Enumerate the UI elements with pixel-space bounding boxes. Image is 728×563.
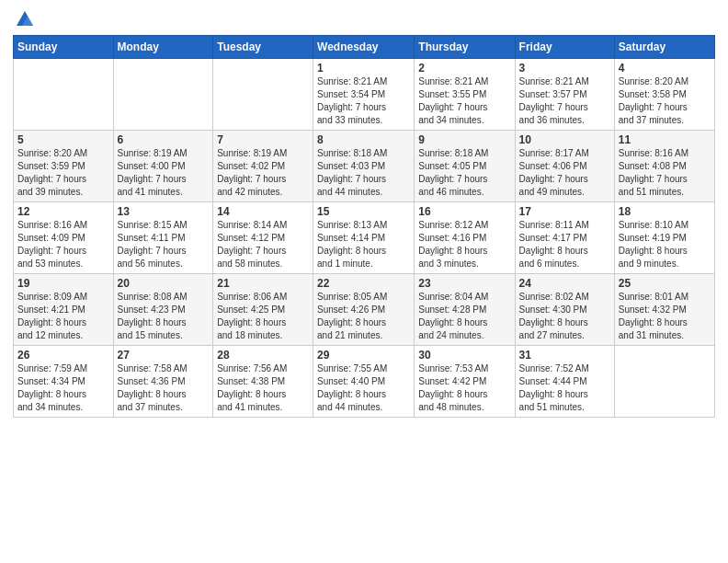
day-cell-16: 16Sunrise: 8:12 AM Sunset: 4:16 PM Dayli…: [415, 202, 515, 274]
week-row-3: 12Sunrise: 8:16 AM Sunset: 4:09 PM Dayli…: [14, 202, 715, 274]
day-info: Sunrise: 8:16 AM Sunset: 4:09 PM Dayligh…: [17, 219, 109, 270]
day-number: 13: [118, 205, 210, 218]
weekday-header-wednesday: Wednesday: [313, 36, 415, 59]
day-info: Sunrise: 8:21 AM Sunset: 3:55 PM Dayligh…: [418, 75, 510, 127]
day-number: 30: [418, 349, 510, 362]
day-info: Sunrise: 8:08 AM Sunset: 4:23 PM Dayligh…: [118, 291, 210, 342]
day-cell-17: 17Sunrise: 8:11 AM Sunset: 4:17 PM Dayli…: [515, 202, 614, 274]
day-cell-20: 20Sunrise: 8:08 AM Sunset: 4:23 PM Dayli…: [113, 274, 213, 346]
weekday-header-sunday: Sunday: [14, 36, 114, 59]
day-info: Sunrise: 7:59 AM Sunset: 4:34 PM Dayligh…: [17, 362, 109, 414]
day-number: 10: [519, 133, 610, 146]
weekday-header-monday: Monday: [113, 36, 213, 59]
day-info: Sunrise: 8:12 AM Sunset: 4:16 PM Dayligh…: [418, 219, 510, 270]
day-info: Sunrise: 7:53 AM Sunset: 4:42 PM Dayligh…: [418, 362, 510, 414]
day-cell-9: 9Sunrise: 8:18 AM Sunset: 4:05 PM Daylig…: [415, 131, 515, 202]
day-number: 8: [317, 133, 410, 146]
day-cell-10: 10Sunrise: 8:17 AM Sunset: 4:06 PM Dayli…: [515, 131, 614, 202]
day-cell-27: 27Sunrise: 7:58 AM Sunset: 4:36 PM Dayli…: [113, 346, 213, 418]
day-number: 6: [118, 133, 210, 146]
calendar-page: SundayMondayTuesdayWednesdayThursdayFrid…: [0, 0, 728, 563]
day-info: Sunrise: 8:20 AM Sunset: 3:58 PM Dayligh…: [619, 75, 711, 127]
week-row-2: 5Sunrise: 8:20 AM Sunset: 3:59 PM Daylig…: [14, 131, 715, 202]
day-cell-25: 25Sunrise: 8:01 AM Sunset: 4:32 PM Dayli…: [614, 274, 714, 346]
week-row-5: 26Sunrise: 7:59 AM Sunset: 4:34 PM Dayli…: [14, 346, 715, 418]
day-number: 18: [619, 205, 711, 218]
day-cell-5: 5Sunrise: 8:20 AM Sunset: 3:59 PM Daylig…: [14, 131, 114, 202]
day-cell-30: 30Sunrise: 7:53 AM Sunset: 4:42 PM Dayli…: [415, 346, 515, 418]
empty-cell: [213, 59, 313, 131]
day-number: 9: [418, 133, 510, 146]
day-number: 26: [17, 349, 109, 362]
weekday-header-row: SundayMondayTuesdayWednesdayThursdayFrid…: [14, 36, 715, 59]
day-number: 20: [118, 277, 210, 290]
day-number: 16: [418, 205, 510, 218]
day-info: Sunrise: 8:17 AM Sunset: 4:06 PM Dayligh…: [519, 147, 610, 199]
day-number: 11: [619, 133, 711, 146]
day-info: Sunrise: 8:04 AM Sunset: 4:28 PM Dayligh…: [418, 291, 510, 342]
day-number: 15: [317, 205, 410, 218]
day-cell-11: 11Sunrise: 8:16 AM Sunset: 4:08 PM Dayli…: [614, 131, 714, 202]
day-info: Sunrise: 7:58 AM Sunset: 4:36 PM Dayligh…: [118, 362, 210, 414]
day-cell-18: 18Sunrise: 8:10 AM Sunset: 4:19 PM Dayli…: [614, 202, 714, 274]
day-cell-13: 13Sunrise: 8:15 AM Sunset: 4:11 PM Dayli…: [113, 202, 213, 274]
day-info: Sunrise: 8:19 AM Sunset: 4:02 PM Dayligh…: [217, 147, 309, 199]
day-number: 5: [17, 133, 109, 146]
day-number: 19: [17, 277, 109, 290]
day-info: Sunrise: 8:09 AM Sunset: 4:21 PM Dayligh…: [17, 291, 109, 342]
weekday-header-saturday: Saturday: [614, 36, 714, 59]
weekday-header-tuesday: Tuesday: [213, 36, 313, 59]
day-cell-24: 24Sunrise: 8:02 AM Sunset: 4:30 PM Dayli…: [515, 274, 614, 346]
day-info: Sunrise: 8:16 AM Sunset: 4:08 PM Dayligh…: [619, 147, 711, 199]
weekday-header-thursday: Thursday: [415, 36, 515, 59]
day-cell-28: 28Sunrise: 7:56 AM Sunset: 4:38 PM Dayli…: [213, 346, 313, 418]
day-info: Sunrise: 8:05 AM Sunset: 4:26 PM Dayligh…: [317, 291, 410, 342]
day-info: Sunrise: 8:14 AM Sunset: 4:12 PM Dayligh…: [217, 219, 309, 270]
day-number: 1: [317, 62, 410, 75]
day-cell-14: 14Sunrise: 8:14 AM Sunset: 4:12 PM Dayli…: [213, 202, 313, 274]
header: [13, 9, 715, 29]
day-cell-29: 29Sunrise: 7:55 AM Sunset: 4:40 PM Dayli…: [313, 346, 415, 418]
day-number: 21: [217, 277, 309, 290]
day-cell-3: 3Sunrise: 8:21 AM Sunset: 3:57 PM Daylig…: [515, 59, 614, 131]
day-cell-1: 1Sunrise: 8:21 AM Sunset: 3:54 PM Daylig…: [313, 59, 415, 131]
day-info: Sunrise: 8:18 AM Sunset: 4:05 PM Dayligh…: [418, 147, 510, 199]
day-number: 7: [217, 133, 309, 146]
day-cell-31: 31Sunrise: 7:52 AM Sunset: 4:44 PM Dayli…: [515, 346, 614, 418]
calendar-table: SundayMondayTuesdayWednesdayThursdayFrid…: [13, 35, 715, 418]
day-info: Sunrise: 8:06 AM Sunset: 4:25 PM Dayligh…: [217, 291, 309, 342]
day-cell-15: 15Sunrise: 8:13 AM Sunset: 4:14 PM Dayli…: [313, 202, 415, 274]
day-info: Sunrise: 8:20 AM Sunset: 3:59 PM Dayligh…: [17, 147, 109, 199]
empty-cell: [14, 59, 114, 131]
day-number: 27: [118, 349, 210, 362]
weekday-header-friday: Friday: [515, 36, 614, 59]
day-number: 3: [519, 62, 610, 75]
day-cell-6: 6Sunrise: 8:19 AM Sunset: 4:00 PM Daylig…: [113, 131, 213, 202]
day-number: 22: [317, 277, 410, 290]
day-info: Sunrise: 8:21 AM Sunset: 3:54 PM Dayligh…: [317, 75, 410, 127]
day-number: 24: [519, 277, 610, 290]
day-info: Sunrise: 8:15 AM Sunset: 4:11 PM Dayligh…: [118, 219, 210, 270]
day-info: Sunrise: 8:19 AM Sunset: 4:00 PM Dayligh…: [118, 147, 210, 199]
day-info: Sunrise: 8:10 AM Sunset: 4:19 PM Dayligh…: [619, 219, 711, 270]
day-number: 25: [619, 277, 711, 290]
day-cell-22: 22Sunrise: 8:05 AM Sunset: 4:26 PM Dayli…: [313, 274, 415, 346]
day-info: Sunrise: 8:01 AM Sunset: 4:32 PM Dayligh…: [619, 291, 711, 342]
day-cell-4: 4Sunrise: 8:20 AM Sunset: 3:58 PM Daylig…: [614, 59, 714, 131]
day-info: Sunrise: 8:02 AM Sunset: 4:30 PM Dayligh…: [519, 291, 610, 342]
day-number: 31: [519, 349, 610, 362]
empty-cell: [113, 59, 213, 131]
logo-area: [13, 9, 35, 29]
day-number: 12: [17, 205, 109, 218]
day-cell-2: 2Sunrise: 8:21 AM Sunset: 3:55 PM Daylig…: [415, 59, 515, 131]
day-number: 14: [217, 205, 309, 218]
day-info: Sunrise: 7:52 AM Sunset: 4:44 PM Dayligh…: [519, 362, 610, 414]
day-info: Sunrise: 7:55 AM Sunset: 4:40 PM Dayligh…: [317, 362, 410, 414]
day-number: 29: [317, 349, 410, 362]
day-info: Sunrise: 8:13 AM Sunset: 4:14 PM Dayligh…: [317, 219, 410, 270]
week-row-4: 19Sunrise: 8:09 AM Sunset: 4:21 PM Dayli…: [14, 274, 715, 346]
empty-cell: [614, 346, 714, 418]
day-info: Sunrise: 8:18 AM Sunset: 4:03 PM Dayligh…: [317, 147, 410, 199]
day-cell-12: 12Sunrise: 8:16 AM Sunset: 4:09 PM Dayli…: [14, 202, 114, 274]
week-row-1: 1Sunrise: 8:21 AM Sunset: 3:54 PM Daylig…: [14, 59, 715, 131]
